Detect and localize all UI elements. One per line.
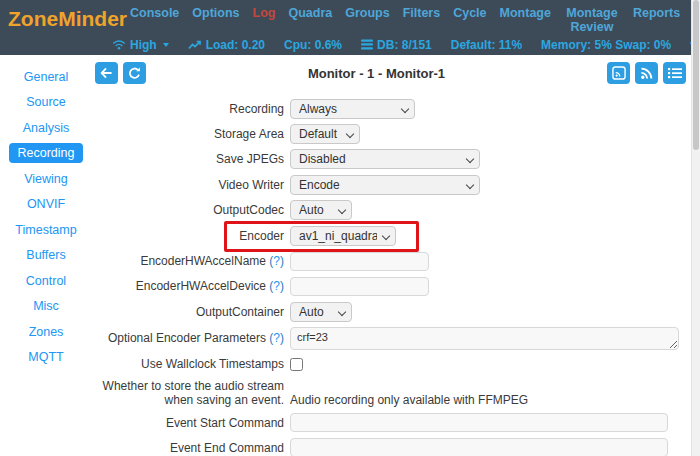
optional-encoder-parameters-label: Optional Encoder Parameters (?) — [96, 331, 290, 345]
wifi-icon — [112, 39, 126, 50]
field-row-storage-area: Storage AreaDefault — [96, 121, 688, 146]
chart-line-icon — [188, 40, 202, 50]
nav-item-quadra[interactable]: Quadra — [288, 7, 332, 21]
nav-item-montage[interactable]: Montage — [500, 7, 551, 21]
encoderhwacceldevice-label: EncoderHWAccelDevice (?) — [96, 279, 290, 293]
status-bar: High Load: 0.20 Cpu: 0.6% DB: 8/151 Defa… — [0, 36, 692, 53]
optional-encoder-parameters-textarea[interactable] — [290, 327, 679, 350]
refresh-icon — [128, 67, 141, 80]
audio-note-label: Whether to store the audio stream when s… — [96, 379, 290, 407]
outputcontainer-select[interactable]: Auto — [290, 302, 352, 322]
outputcodec-select[interactable]: Auto — [290, 200, 352, 220]
field-row-encoderhwaccelname: EncoderHWAccelName (?) — [96, 248, 688, 273]
field-row-event-start-command: Event Start Command — [96, 410, 688, 435]
video-writer-select[interactable]: Encode — [290, 175, 480, 195]
db-label: DB: 8/151 — [377, 38, 432, 52]
bandwidth-label: High — [130, 38, 157, 52]
event-list-button[interactable] — [663, 62, 686, 84]
encoderhwacceldevice-input[interactable] — [290, 277, 429, 296]
load-label: Load: 0.20 — [206, 38, 265, 52]
rss-box-icon — [612, 66, 626, 80]
sidebar-item-analysis[interactable]: Analysis — [0, 115, 92, 141]
list-icon — [668, 67, 682, 79]
field-row-event-end-command: Event End Command — [96, 435, 688, 456]
sidebar-item-control[interactable]: Control — [0, 268, 92, 294]
encoderhwaccelname-input[interactable] — [290, 252, 429, 271]
encoderhwaccelname-help-link[interactable]: (?) — [269, 254, 284, 268]
nav-item-log[interactable]: Log — [253, 7, 276, 21]
sidebar-item-buffers[interactable]: Buffers — [0, 243, 92, 269]
nav-item-groups[interactable]: Groups — [345, 7, 389, 21]
top-navbar: ZoneMinder ConsoleOptionsLogQuadraGroups… — [0, 0, 692, 55]
encoderhwaccelname-label: EncoderHWAccelName (?) — [96, 254, 290, 268]
encoder-label: Encoder — [96, 229, 290, 243]
zoneminder-monitor-page: ZoneMinder ConsoleOptionsLogQuadraGroups… — [0, 0, 700, 456]
recording-settings-form: RecordingAlwaysStorage AreaDefaultSave J… — [96, 96, 688, 456]
event-start-command-label: Event Start Command — [96, 416, 290, 430]
use-wallclock-timestamps-checkbox[interactable] — [290, 358, 303, 371]
field-row-optional-encoder-parameters: Optional Encoder Parameters (?) — [96, 325, 688, 352]
cpu-status[interactable]: Cpu: 0.6% — [284, 38, 342, 52]
event-end-command-input[interactable] — [290, 438, 668, 456]
sidebar-item-mqtt[interactable]: MQTT — [0, 345, 92, 371]
rss-feed-button[interactable] — [635, 62, 658, 84]
nav-item-options[interactable]: Options — [192, 7, 239, 21]
caret-down-icon — [163, 43, 169, 47]
page-title: Monitor - 1 - Monitor-1 — [146, 66, 607, 81]
back-button[interactable] — [95, 62, 118, 84]
event-end-command-label: Event End Command — [96, 441, 290, 455]
zoneminder-logo[interactable]: ZoneMinder — [0, 0, 130, 31]
storage-area-select[interactable]: Default — [290, 124, 360, 144]
nav-item-cycle[interactable]: Cycle — [453, 7, 486, 21]
video-writer-label: Video Writer — [96, 178, 290, 192]
save-jpegs-label: Save JPEGs — [96, 152, 290, 166]
sidebar-item-source[interactable]: Source — [0, 90, 92, 116]
watch-stream-button[interactable] — [607, 62, 630, 84]
content-header: Monitor - 1 - Monitor-1 — [95, 61, 686, 85]
navbar-main-row: ZoneMinder ConsoleOptionsLogQuadraGroups… — [0, 0, 692, 37]
sidebar-item-general[interactable]: General — [0, 64, 92, 90]
nav-item-console[interactable]: Console — [130, 7, 179, 21]
field-row-use-wallclock-timestamps: Use Wallclock Timestamps — [96, 352, 688, 377]
rss-icon — [640, 67, 653, 80]
field-row-outputcodec: OutputCodecAuto — [96, 198, 688, 223]
scrollbar-thumb[interactable] — [693, 0, 699, 150]
sidebar-item-timestamp[interactable]: Timestamp — [0, 217, 92, 243]
storage-default-status: Default: 11% — [451, 38, 522, 52]
sidebar-item-viewing[interactable]: Viewing — [0, 166, 92, 192]
nav-item-reports[interactable]: Reports — [633, 7, 680, 21]
field-row-outputcontainer: OutputContainerAuto — [96, 299, 688, 324]
db-status[interactable]: DB: 8/151 — [361, 38, 432, 52]
field-row-encoderhwacceldevice: EncoderHWAccelDevice (?) — [96, 274, 688, 299]
database-icon — [361, 39, 373, 50]
memory-status: Memory: 5% Swap: 0% — [541, 38, 671, 52]
audio-note-text: Audio recording only available with FFMP… — [290, 379, 528, 407]
sidebar-item-zones[interactable]: Zones — [0, 319, 92, 345]
field-row-save-jpegs: Save JPEGsDisabled — [96, 147, 688, 172]
sidebar-item-misc[interactable]: Misc — [0, 294, 92, 320]
nav-item-filters[interactable]: Filters — [403, 7, 441, 21]
use-wallclock-timestamps-label: Use Wallclock Timestamps — [96, 357, 290, 371]
storage-area-label: Storage Area — [96, 127, 290, 141]
save-jpegs-select[interactable]: Disabled — [290, 149, 480, 169]
recording-select[interactable]: Always — [290, 99, 415, 119]
encoderhwacceldevice-help-link[interactable]: (?) — [269, 279, 284, 293]
optional-encoder-parameters-help-link[interactable]: (?) — [269, 331, 284, 345]
sidebar-item-label: Recording — [9, 143, 84, 163]
field-row-encoder: Encoderav1_ni_quadra — [96, 223, 688, 248]
vertical-scrollbar[interactable] — [691, 0, 700, 456]
nav-item-montage-review[interactable]: Montage Review — [564, 7, 620, 34]
monitor-tabs-sidebar: GeneralSourceAnalysisRecordingViewingONV… — [0, 64, 92, 370]
sidebar-item-recording[interactable]: Recording — [0, 141, 92, 167]
outputcodec-label: OutputCodec — [96, 203, 290, 217]
encoder-select[interactable]: av1_ni_quadra — [290, 226, 396, 246]
outputcontainer-label: OutputContainer — [96, 305, 290, 319]
field-row-recording: RecordingAlways — [96, 96, 688, 121]
reload-button[interactable] — [123, 62, 146, 84]
load-status[interactable]: Load: 0.20 — [188, 38, 265, 52]
field-row-audio-note: Whether to store the audio stream when s… — [96, 377, 688, 410]
event-start-command-input[interactable] — [290, 413, 668, 432]
sidebar-item-onvif[interactable]: ONVIF — [0, 192, 92, 218]
arrow-left-icon — [100, 67, 113, 79]
bandwidth-selector[interactable]: High — [112, 38, 169, 52]
